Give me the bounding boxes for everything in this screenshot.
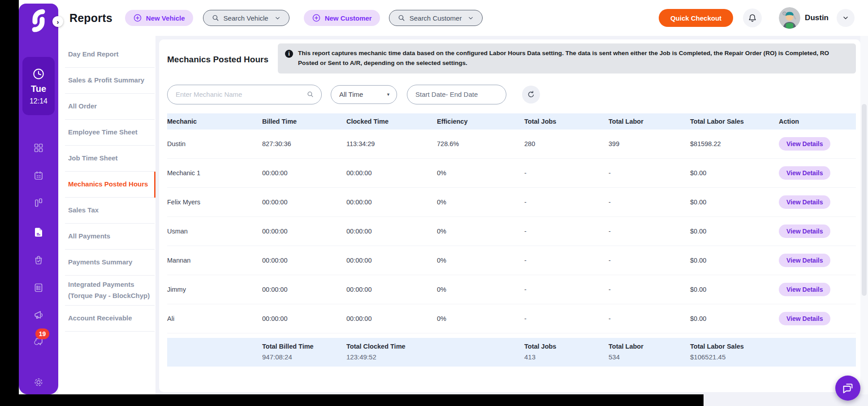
new-vehicle-button[interactable]: New Vehicle: [125, 10, 193, 26]
view-details-button[interactable]: View Details: [779, 195, 830, 209]
search-vehicle-dropdown[interactable]: Search Vehicle: [203, 10, 289, 26]
gear-icon[interactable]: [19, 377, 58, 388]
view-details-button[interactable]: View Details: [779, 166, 830, 180]
nav-item[interactable]: Payments Summary: [65, 250, 155, 276]
clock-icon: [32, 67, 45, 81]
table-row: Jimmy 00:00:00 00:00:00 0% - - $0.00 Vie…: [167, 275, 856, 304]
time-range-select[interactable]: All Time ▼: [331, 85, 397, 104]
scrollbar-thumb[interactable]: [862, 104, 867, 296]
col-total-jobs: Total Jobs: [524, 118, 609, 125]
icon-rail: › Tue 12:14 19: [19, 4, 58, 394]
info-banner: i This report captures mechanic time dat…: [278, 43, 856, 73]
view-details-button[interactable]: View Details: [779, 225, 830, 238]
sidebar-collapse-toggle[interactable]: ›: [52, 16, 63, 27]
cell-mechanic: Usman: [167, 228, 262, 235]
cell-total-jobs: -: [524, 169, 609, 177]
refresh-button[interactable]: [522, 86, 540, 104]
search-icon: [397, 14, 406, 22]
table-row: Mechanic 1 00:00:00 00:00:00 0% - - $0.0…: [167, 159, 856, 188]
report-title: Mechanics Posted Hours: [167, 43, 278, 65]
cell-total-labor-sales: $0.00: [690, 257, 779, 264]
search-customer-dropdown[interactable]: Search Customer: [389, 10, 483, 26]
footer-clocked-value: 123:49:52: [346, 353, 437, 361]
plus-circle-icon: [133, 13, 142, 22]
cell-billed-time: 00:00:00: [262, 199, 346, 206]
dashboard-grid-icon[interactable]: [19, 143, 58, 153]
nav-item[interactable]: All Payments: [65, 224, 155, 250]
nav-item[interactable]: Mechanics Posted Hours: [65, 172, 155, 198]
nav-item[interactable]: Job Time Sheet: [65, 146, 155, 172]
mechanic-search-input[interactable]: [176, 91, 307, 98]
nav-item[interactable]: Employee Time Sheet: [65, 120, 155, 146]
cell-clocked-time: 00:00:00: [346, 169, 437, 177]
cell-clocked-time: 113:34:29: [346, 140, 437, 147]
cell-total-jobs: -: [524, 315, 609, 322]
table-row: Ali 00:00:00 00:00:00 0% - - $0.00 View …: [167, 304, 856, 333]
window-scrollbar[interactable]: [860, 36, 868, 394]
chevron-down-icon: [467, 15, 474, 22]
cell-mechanic: Ali: [167, 315, 262, 322]
cell-total-labor: -: [609, 286, 690, 293]
search-icon: [307, 91, 314, 98]
cell-mechanic: Jimmy: [167, 286, 262, 293]
cell-clocked-time: 00:00:00: [346, 257, 437, 264]
view-details-button[interactable]: View Details: [779, 312, 830, 325]
footer-billed-label: Total Billed Time: [262, 343, 346, 350]
footer-sales-value: $106521.45: [690, 353, 779, 361]
search-vehicle-label: Search Vehicle: [224, 14, 268, 22]
cell-billed-time: 00:00:00: [262, 286, 346, 293]
nav-item[interactable]: Day End Report: [65, 42, 155, 68]
notifications-button[interactable]: [743, 9, 762, 27]
cell-total-jobs: 280: [524, 140, 609, 147]
kanban-icon[interactable]: [19, 197, 58, 208]
filter-bar: All Time ▼ Start Date- End Date: [167, 85, 856, 104]
calendar-icon[interactable]: [19, 170, 58, 181]
date-range-field[interactable]: Start Date- End Date: [407, 85, 506, 104]
megaphone-icon[interactable]: [19, 310, 58, 321]
cell-total-labor: -: [609, 257, 690, 264]
report-card: Mechanics Posted Hours i This report cap…: [159, 39, 860, 392]
cell-billed-time: 00:00:00: [262, 257, 346, 264]
user-menu-toggle[interactable]: [837, 9, 855, 27]
col-mechanic: Mechanic: [167, 118, 262, 125]
cell-total-labor-sales: $0.00: [690, 228, 779, 235]
view-details-button[interactable]: View Details: [779, 283, 830, 296]
document-icon[interactable]: [19, 227, 58, 238]
user-avatar[interactable]: [779, 7, 800, 29]
nav-item[interactable]: Account Receivable: [65, 306, 155, 332]
chat-fab-button[interactable]: [835, 376, 860, 401]
new-customer-label: New Customer: [325, 14, 372, 22]
user-name: Dustin: [805, 13, 829, 22]
table-row: Usman 00:00:00 00:00:00 0% - - $0.00 Vie…: [167, 217, 856, 246]
view-details-button[interactable]: View Details: [779, 254, 830, 267]
nav-item[interactable]: Sales & Profit Summary: [65, 68, 155, 94]
plus-circle-icon: [312, 13, 321, 22]
reports-sidenav: Day End Report Sales & Profit Summary Al…: [58, 36, 155, 394]
nav-item[interactable]: Integrated Payments (Torque Pay - BlockC…: [65, 276, 155, 306]
clock-widget[interactable]: Tue 12:14: [22, 57, 55, 115]
info-icon: i: [285, 50, 293, 58]
table-header: Mechanic Billed Time Clocked Time Effici…: [167, 113, 856, 130]
mechanic-search-field[interactable]: [167, 85, 322, 104]
cell-mechanic: Mannan: [167, 257, 262, 264]
cell-total-jobs: -: [524, 286, 609, 293]
cell-total-jobs: -: [524, 257, 609, 264]
date-range-placeholder: Start Date- End Date: [415, 91, 478, 98]
invoice-list-icon[interactable]: [19, 282, 58, 293]
cell-total-labor: -: [609, 228, 690, 235]
page-title: Reports: [69, 12, 112, 25]
search-icon: [212, 14, 220, 22]
nav-item[interactable]: All Order: [65, 94, 155, 120]
top-header: Reports New Vehicle Search Vehicle New C…: [19, 0, 868, 36]
table-row: Dustin 827:30:36 113:34:29 728.6% 280 39…: [167, 130, 856, 159]
chat-bubbles-icon: [842, 382, 854, 394]
quick-checkout-button[interactable]: Quick Checkout: [659, 9, 733, 27]
nav-item[interactable]: Sales Tax: [65, 198, 155, 224]
view-details-button[interactable]: View Details: [779, 137, 830, 151]
footer-labor-label: Total Labor: [609, 343, 690, 350]
cell-total-jobs: -: [524, 228, 609, 235]
table-row: Felix Myers 00:00:00 00:00:00 0% - - $0.…: [167, 188, 856, 217]
new-customer-button[interactable]: New Customer: [304, 10, 380, 26]
footer-billed-value: 947:08:24: [262, 353, 346, 361]
shopping-bag-icon[interactable]: [19, 255, 58, 265]
